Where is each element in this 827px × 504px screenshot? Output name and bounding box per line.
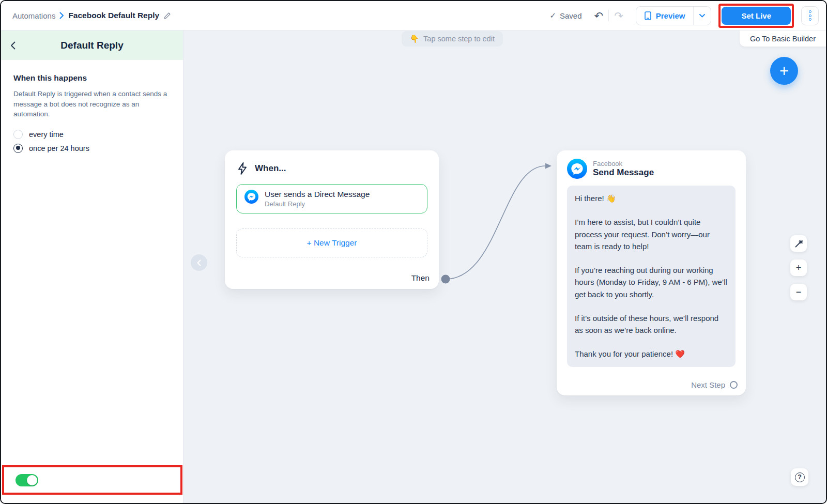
chevron-right-icon — [59, 12, 64, 19]
minus-icon: − — [796, 287, 802, 298]
trigger-node-title: When... — [255, 163, 286, 174]
next-step-anchor[interactable] — [730, 381, 738, 389]
go-to-basic-builder-button[interactable]: Go To Basic Builder — [740, 30, 826, 47]
kebab-dot-icon — [809, 18, 811, 21]
canvas-hint-label: Tap some step to edit — [423, 35, 495, 43]
trigger-node-header: When... — [236, 162, 427, 175]
set-live-annotation-box: Set Live — [718, 4, 794, 28]
radio-label: every time — [29, 130, 64, 139]
chevron-down-icon — [699, 14, 705, 18]
edit-title-icon[interactable] — [163, 12, 171, 20]
back-button[interactable] — [10, 41, 24, 50]
redo-button[interactable]: ↷ — [609, 10, 629, 21]
auto-arrange-button[interactable] — [790, 235, 807, 252]
check-icon: ✓ — [549, 11, 556, 20]
redo-icon: ↷ — [614, 10, 623, 22]
automation-enabled-toggle[interactable] — [16, 474, 38, 486]
topbar-actions: ✓ Saved ↶ ↷ Preview Set L — [549, 4, 819, 28]
undo-icon: ↶ — [594, 10, 604, 22]
chevron-left-icon — [197, 259, 201, 266]
toggle-knob — [27, 475, 37, 485]
lightning-icon — [236, 162, 249, 175]
canvas-hint: 👇 Tap some step to edit — [402, 31, 503, 47]
more-options-button[interactable] — [801, 6, 819, 25]
help-button[interactable]: ? — [791, 468, 808, 486]
app-window: Automations Facebook Default Reply ✓ Sav… — [0, 0, 827, 504]
trigger-item-title: User sends a Direct Message — [265, 190, 370, 199]
messenger-icon — [567, 159, 587, 179]
radio-icon[interactable] — [13, 144, 23, 153]
settings-sidebar: Default Reply When this happens Default … — [1, 30, 183, 503]
kebab-dot-icon — [809, 10, 811, 13]
trigger-item-subtitle: Default Reply — [265, 200, 370, 208]
messenger-icon — [244, 190, 258, 204]
zoom-in-button[interactable]: + — [790, 259, 807, 276]
preview-dropdown-button[interactable] — [693, 7, 711, 25]
message-paragraph: I’m here to assist, but I couldn’t quite… — [575, 216, 728, 252]
undo-button[interactable]: ↶ — [589, 10, 609, 21]
next-step-label: Next Step — [691, 380, 725, 389]
then-anchor-dot[interactable] — [441, 275, 450, 284]
question-mark-icon: ? — [795, 472, 805, 482]
next-step-row: Next Step — [691, 380, 738, 389]
trigger-item[interactable]: User sends a Direct Message Default Repl… — [236, 184, 427, 213]
set-live-button[interactable]: Set Live — [722, 7, 791, 25]
radio-icon[interactable] — [13, 130, 23, 139]
send-message-header-texts: Facebook Send Message — [593, 160, 654, 178]
message-paragraph: If you’re reaching out during our workin… — [575, 264, 728, 300]
phone-icon — [645, 11, 651, 20]
message-text-block[interactable]: Hi there! 👋 I’m here to assist, but I co… — [567, 186, 736, 367]
breadcrumb: Automations Facebook Default Reply — [12, 11, 171, 20]
new-trigger-button[interactable]: + New Trigger — [236, 228, 427, 257]
kebab-dot-icon — [809, 14, 811, 17]
message-paragraph: Hi there! 👋 — [575, 192, 728, 204]
zoom-out-button[interactable]: − — [790, 284, 807, 300]
trigger-node[interactable]: When... User sends a Direct Message Defa… — [225, 150, 439, 289]
node-platform-label: Facebook — [593, 160, 654, 167]
section-title: When this happens — [13, 73, 171, 83]
preview-button[interactable]: Preview — [636, 7, 694, 25]
preview-button-group: Preview — [636, 6, 712, 25]
add-step-button[interactable]: + — [770, 57, 798, 85]
save-status-label: Saved — [560, 11, 582, 20]
send-message-node[interactable]: Facebook Send Message Hi there! 👋 I’m he… — [557, 150, 746, 395]
radio-label: once per 24 hours — [29, 144, 89, 152]
trigger-item-texts: User sends a Direct Message Default Repl… — [265, 190, 370, 208]
save-status: ✓ Saved — [549, 11, 581, 20]
top-bar: Automations Facebook Default Reply ✓ Sav… — [1, 1, 826, 30]
section-description: Default Reply is triggered when a contac… — [13, 89, 171, 119]
radio-option-0[interactable]: every time — [13, 130, 171, 139]
send-message-node-header[interactable]: Facebook Send Message — [567, 159, 736, 179]
history-controls: ↶ ↷ — [589, 10, 629, 21]
toggle-annotation-box — [2, 465, 182, 495]
magic-wand-icon — [794, 239, 803, 248]
plus-icon: + — [796, 263, 802, 273]
plus-icon: + — [779, 63, 789, 79]
node-title: Send Message — [593, 167, 654, 178]
pointing-down-icon: 👇 — [410, 35, 419, 43]
page-title: Facebook Default Reply — [68, 11, 159, 20]
sidebar-title: Default Reply — [24, 40, 160, 51]
then-label: Then — [411, 273, 430, 283]
message-paragraph: Thank you for your patience! ❤️ — [575, 348, 728, 360]
message-paragraph: If it’s outside of these hours, we’ll re… — [575, 312, 728, 337]
breadcrumb-automations-link[interactable]: Automations — [12, 11, 55, 20]
preview-button-label: Preview — [656, 11, 685, 20]
collapse-sidebar-button[interactable] — [191, 254, 207, 271]
flow-canvas[interactable]: 👇 Tap some step to edit Go To Basic Buil… — [183, 30, 826, 503]
sidebar-body: When this happens Default Reply is trigg… — [1, 60, 183, 153]
sidebar-header: Default Reply — [1, 30, 183, 60]
radio-option-1[interactable]: once per 24 hours — [13, 144, 171, 153]
